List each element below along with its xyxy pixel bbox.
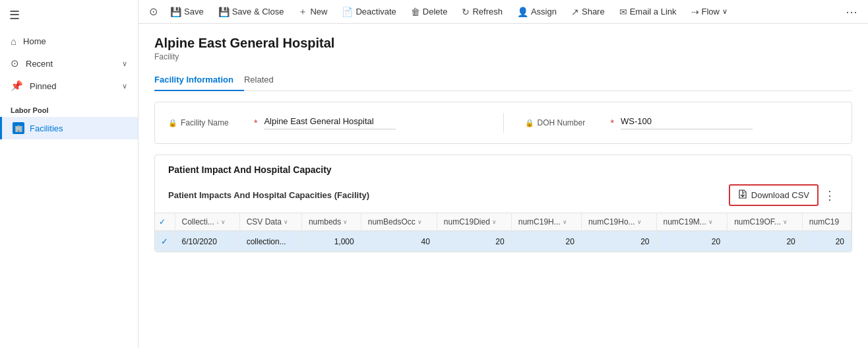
history-button[interactable]: ⊙ <box>144 3 162 21</box>
sidebar-recent-label: Recent <box>26 59 53 69</box>
table-more-options[interactable]: ⋮ <box>821 188 838 203</box>
content-area: Alpine East General Hospital Facility Fa… <box>139 24 868 348</box>
sidebar-item-pinned[interactable]: 📌 Pinned ∨ <box>0 75 138 97</box>
tab-related[interactable]: Related <box>244 69 284 91</box>
col-chevron-numC19H: ∨ <box>563 219 567 225</box>
cell-numC19M: 20 <box>656 231 728 252</box>
cell-numC19last: 20 <box>802 231 851 252</box>
col-header-numC19Ho[interactable]: numC19Ho... ∨ <box>581 213 656 231</box>
lock-icon: 🔒 <box>168 119 177 127</box>
new-icon: ＋ <box>298 6 307 18</box>
cell-numC19OF: 20 <box>728 231 803 252</box>
sub-section-subheader: Patient Impacts And Hospital Capacities … <box>155 180 852 213</box>
check-all-icon: ✓ <box>159 217 166 226</box>
sidebar-item-recent[interactable]: ⊙ Recent ∨ <box>0 52 138 75</box>
doh-number-label: 🔒 DOH Number <box>525 118 604 127</box>
col-chevron-csv: ∨ <box>284 219 288 225</box>
sidebar-section-label: Labor Pool <box>0 97 138 117</box>
form-section: 🔒 Facility Name * Alpine East General Ho… <box>154 102 852 144</box>
patient-impact-table: ✓ Collecti... ↓ ∨ CSV Data <box>155 213 852 252</box>
cell-numC19Died: 20 <box>437 231 511 252</box>
field-divider <box>503 113 504 133</box>
flow-icon: ⇢ <box>691 7 699 17</box>
recent-icon: ⊙ <box>11 57 19 69</box>
sidebar-pinned-label: Pinned <box>30 81 56 91</box>
form-row: 🔒 Facility Name * Alpine East General Ho… <box>168 113 838 133</box>
assign-button[interactable]: 👤 Assign <box>511 4 563 20</box>
save-close-button[interactable]: 💾 Save & Close <box>212 4 291 20</box>
row-check-cell: ✓ <box>155 231 175 252</box>
doh-number-field: 🔒 DOH Number * WS-100 <box>525 116 839 129</box>
col-chevron-numC19Died: ∨ <box>492 219 497 225</box>
chevron-down-icon: ∨ <box>122 59 127 68</box>
sidebar-home-label: Home <box>23 36 46 46</box>
share-icon: ↗ <box>571 7 579 17</box>
cell-numC19H: 20 <box>511 231 581 252</box>
record-title: Alpine East General Hospital <box>154 36 852 51</box>
email-icon: ✉ <box>619 7 627 17</box>
facilities-icon: 🏢 <box>13 122 24 134</box>
assign-icon: 👤 <box>517 7 528 17</box>
col-chevron-numbedsOcc: ∨ <box>418 219 422 225</box>
new-button[interactable]: ＋ New <box>292 3 334 20</box>
download-csv-icon <box>738 189 747 201</box>
delete-button[interactable]: 🗑 Delete <box>404 4 454 20</box>
col-header-numC19H[interactable]: numC19H... ∨ <box>511 213 581 231</box>
main-area: ⊙ 💾 Save 💾 Save & Close ＋ New 📄 Deactiva… <box>139 0 868 348</box>
hamburger-menu[interactable]: ☰ <box>0 0 138 30</box>
col-header-numbedsOcc[interactable]: numBedsOcc ∨ <box>361 213 437 231</box>
download-csv-button[interactable]: Download CSV <box>729 184 819 206</box>
required-asterisk: * <box>254 118 257 128</box>
lock-icon-doh: 🔒 <box>525 119 534 127</box>
history-icon: ⊙ <box>149 5 158 18</box>
col-header-numC19OF[interactable]: numC19OF... ∨ <box>728 213 803 231</box>
flow-chevron-icon: ∨ <box>722 7 728 16</box>
col-header-numC19M[interactable]: numC19M... ∨ <box>656 213 728 231</box>
cell-numbeds: 1,000 <box>301 231 361 252</box>
deactivate-button[interactable]: 📄 Deactivate <box>335 4 402 20</box>
record-header: Alpine East General Hospital Facility <box>139 24 868 61</box>
chevron-down-icon-pinned: ∨ <box>122 82 127 90</box>
col-chevron-numbeds: ∨ <box>343 219 348 225</box>
save-button[interactable]: 💾 Save <box>164 4 210 20</box>
share-button[interactable]: ↗ Share <box>565 4 611 20</box>
pin-icon: 📌 <box>11 80 23 92</box>
sidebar: ☰ ⌂ Home ⊙ Recent ∨ 📌 Pinned ∨ Labor Poo… <box>0 0 139 348</box>
more-options-button[interactable]: ⋯ <box>840 2 863 22</box>
col-chevron-collecti: ∨ <box>221 219 226 225</box>
cell-numC19Ho: 20 <box>581 231 656 252</box>
refresh-button[interactable]: ↻ Refresh <box>455 4 509 20</box>
col-header-numC19Died[interactable]: numC19Died ∨ <box>437 213 511 231</box>
sidebar-item-home[interactable]: ⌂ Home <box>0 30 138 52</box>
tab-facility-information[interactable]: Facility Information <box>154 69 244 91</box>
email-link-button[interactable]: ✉ Email a Link <box>613 4 683 20</box>
col-header-numC19last[interactable]: numC19 <box>802 213 851 231</box>
cell-csv-data: collection... <box>239 231 301 252</box>
refresh-icon: ↻ <box>462 7 470 17</box>
patient-impact-section: Patient Impact And Hospital Capacity Pat… <box>154 155 852 252</box>
table-row[interactable]: ✓ 6/10/2020 collection... 1,000 40 20 20… <box>155 231 852 252</box>
row-check-icon: ✓ <box>161 236 168 246</box>
save-close-icon: 💾 <box>218 7 230 17</box>
patient-impact-title: Patient Impact And Hospital Capacity <box>155 155 852 180</box>
col-chevron-numC19OF: ∨ <box>783 219 788 225</box>
tabs-container: Facility Information Related <box>154 69 852 91</box>
sidebar-item-facilities[interactable]: 🏢 Facilities <box>0 117 138 139</box>
cell-collecti: 6/10/2020 <box>175 231 239 252</box>
flow-button[interactable]: ⇢ Flow ∨ <box>685 4 734 20</box>
home-icon: ⌂ <box>11 36 16 47</box>
col-header-numbeds[interactable]: numbeds ∨ <box>301 213 361 231</box>
sidebar-facilities-label: Facilities <box>30 123 63 133</box>
delete-icon: 🗑 <box>411 7 420 17</box>
doh-number-value[interactable]: WS-100 <box>621 116 753 129</box>
facility-name-field: 🔒 Facility Name * Alpine East General Ho… <box>168 116 482 129</box>
col-header-collecti[interactable]: Collecti... ↓ ∨ <box>175 213 239 231</box>
col-header-check: ✓ <box>155 213 175 231</box>
col-chevron-numC19Ho: ∨ <box>637 219 642 225</box>
record-subtitle: Facility <box>154 52 852 61</box>
table-title: Patient Impacts And Hospital Capacities … <box>168 190 369 200</box>
sort-asc-icon: ↓ <box>216 219 220 225</box>
cell-numbedsOcc: 40 <box>361 231 437 252</box>
facility-name-value[interactable]: Alpine East General Hospital <box>264 116 396 129</box>
col-header-csv-data[interactable]: CSV Data ∨ <box>239 213 301 231</box>
